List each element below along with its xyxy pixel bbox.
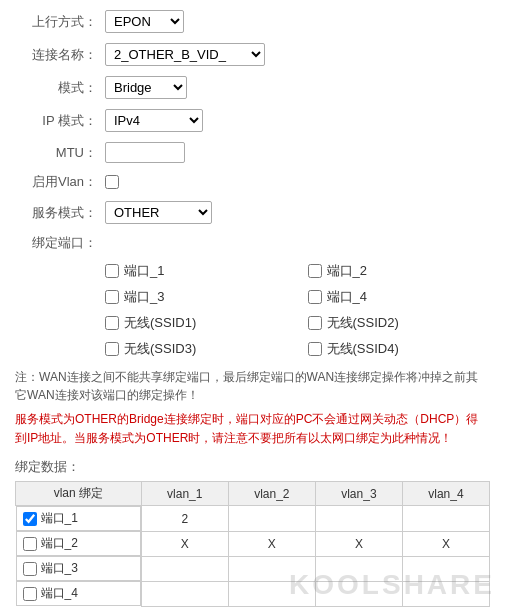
wireless2-checkbox[interactable]	[308, 316, 322, 330]
row-vlan-2: X	[228, 531, 315, 556]
connection-select[interactable]: 2_OTHER_B_VID_	[105, 43, 265, 66]
row-vlan-3: X	[315, 531, 402, 556]
vlan-checkbox[interactable]	[105, 175, 119, 189]
col-vlan3: vlan_3	[315, 482, 402, 506]
port4-checkbox[interactable]	[308, 290, 322, 304]
row-vlan-2	[228, 556, 315, 581]
wireless1-label: 无线(SSID1)	[124, 314, 196, 332]
uplink-label: 上行方式：	[15, 13, 105, 31]
service-mode-row: 服务模式： OTHER INTERNET IPTV VOIP	[15, 201, 490, 224]
row-bind-cell: 端口_3	[16, 556, 141, 581]
row-name: 端口_3	[41, 560, 78, 577]
row-bind-cell: 端口_2	[16, 531, 141, 556]
red-note: 服务模式为OTHER的Bridge连接绑定时，端口对应的PC不会通过网关动态（D…	[15, 410, 490, 448]
row-name: 端口_2	[41, 535, 78, 552]
col-vlan2: vlan_2	[228, 482, 315, 506]
uplink-row: 上行方式： EPON ADSL VDSL	[15, 10, 490, 33]
port3-checkbox[interactable]	[105, 290, 119, 304]
row-name: 端口_1	[41, 510, 78, 527]
table-row: 端口_12	[16, 506, 490, 532]
vlan-row: 启用Vlan：	[15, 173, 490, 191]
wireless3-item: 无线(SSID3)	[105, 340, 288, 358]
service-mode-select[interactable]: OTHER INTERNET IPTV VOIP	[105, 201, 212, 224]
wireless2-item: 无线(SSID2)	[308, 314, 491, 332]
connection-label: 连接名称：	[15, 46, 105, 64]
wireless1-item: 无线(SSID1)	[105, 314, 288, 332]
port2-item: 端口_2	[308, 262, 491, 280]
row-vlan-3	[315, 581, 402, 606]
mode-label: 模式：	[15, 79, 105, 97]
wireless1-checkbox[interactable]	[105, 316, 119, 330]
col-vlan4: vlan_4	[402, 482, 489, 506]
row-vlan-1: 2	[141, 506, 228, 532]
mtu-label: MTU：	[15, 144, 105, 162]
row-bind-cell: 端口_1	[16, 506, 141, 531]
row-vlan-1	[141, 581, 228, 606]
row-vlan-4	[402, 506, 489, 532]
wireless3-label: 无线(SSID3)	[124, 340, 196, 358]
bind-port-label-row: 绑定端口：	[15, 234, 490, 252]
port1-label: 端口_1	[124, 262, 164, 280]
row-vlan-3	[315, 556, 402, 581]
note-text: 注：WAN连接之间不能共享绑定端口，最后绑定端口的WAN连接绑定操作将冲掉之前其…	[15, 368, 490, 404]
col-vlan1: vlan_1	[141, 482, 228, 506]
mode-select[interactable]: Bridge Router	[105, 76, 187, 99]
bind-table: vlan 绑定 vlan_1 vlan_2 vlan_3 vlan_4 端口_1…	[15, 481, 490, 607]
uplink-select[interactable]: EPON ADSL VDSL	[105, 10, 184, 33]
row-vlan-4	[402, 556, 489, 581]
port4-label: 端口_4	[327, 288, 367, 306]
port2-checkbox[interactable]	[308, 264, 322, 278]
ip-mode-row: IP 模式： IPv4 IPv6 IPv4/IPv6	[15, 109, 490, 132]
row-checkbox[interactable]	[23, 512, 37, 526]
row-vlan-2	[228, 581, 315, 606]
row-checkbox[interactable]	[23, 587, 37, 601]
port1-item: 端口_1	[105, 262, 288, 280]
wireless3-checkbox[interactable]	[105, 342, 119, 356]
mtu-row: MTU： 1500	[15, 142, 490, 163]
bind-data-label: 绑定数据：	[15, 458, 490, 476]
row-vlan-4	[402, 581, 489, 606]
connection-row: 连接名称： 2_OTHER_B_VID_	[15, 43, 490, 66]
port-checkbox-grid: 端口_1 端口_2 端口_3 端口_4 无线(SSID1) 无线(SSID2) …	[105, 262, 490, 358]
port3-label: 端口_3	[124, 288, 164, 306]
row-vlan-1: X	[141, 531, 228, 556]
row-vlan-2	[228, 506, 315, 532]
row-checkbox[interactable]	[23, 562, 37, 576]
wireless4-label: 无线(SSID4)	[327, 340, 399, 358]
wireless4-checkbox[interactable]	[308, 342, 322, 356]
port4-item: 端口_4	[308, 288, 491, 306]
vlan-label: 启用Vlan：	[15, 173, 105, 191]
service-mode-label: 服务模式：	[15, 204, 105, 222]
ip-mode-label: IP 模式：	[15, 112, 105, 130]
bind-port-label: 绑定端口：	[15, 234, 105, 252]
table-header-row: vlan 绑定 vlan_1 vlan_2 vlan_3 vlan_4	[16, 482, 490, 506]
table-row: 端口_2XXXX	[16, 531, 490, 556]
wireless4-item: 无线(SSID4)	[308, 340, 491, 358]
row-checkbox[interactable]	[23, 537, 37, 551]
table-row: 端口_4	[16, 581, 490, 606]
mtu-input[interactable]: 1500	[105, 142, 185, 163]
table-row: 端口_3	[16, 556, 490, 581]
row-vlan-4: X	[402, 531, 489, 556]
ip-mode-select[interactable]: IPv4 IPv6 IPv4/IPv6	[105, 109, 203, 132]
row-name: 端口_4	[41, 585, 78, 602]
mode-row: 模式： Bridge Router	[15, 76, 490, 99]
col-vlan-bind: vlan 绑定	[16, 482, 142, 506]
row-vlan-3	[315, 506, 402, 532]
port3-item: 端口_3	[105, 288, 288, 306]
row-vlan-1	[141, 556, 228, 581]
row-bind-cell: 端口_4	[16, 581, 141, 606]
port1-checkbox[interactable]	[105, 264, 119, 278]
wireless2-label: 无线(SSID2)	[327, 314, 399, 332]
port2-label: 端口_2	[327, 262, 367, 280]
